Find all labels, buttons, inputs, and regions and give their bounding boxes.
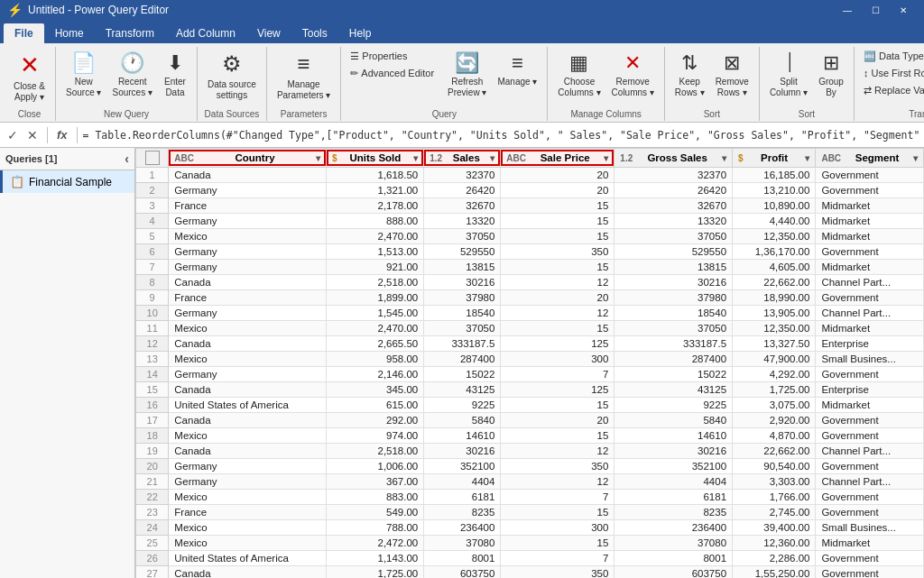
cell-rownum: 11 — [136, 321, 169, 336]
tab-file[interactable]: File — [4, 23, 44, 43]
cell-sales: 14610 — [424, 428, 501, 444]
col-filter-country[interactable]: ▾ — [316, 153, 320, 163]
col-filter-sales[interactable]: ▾ — [490, 153, 494, 163]
manage-parameters-button[interactable]: ≡ ManageParameters ▾ — [273, 49, 335, 104]
cell-country: France — [169, 505, 327, 520]
fx-label: fx — [53, 128, 71, 142]
split-column-button[interactable]: ⏐ SplitColumn ▾ — [765, 49, 812, 101]
formula-check-icon[interactable]: ✓ — [4, 126, 22, 144]
cell-gross-sales: 4404 — [614, 474, 733, 490]
col-filter-units-sold[interactable]: ▾ — [413, 153, 418, 163]
table-row: 24Mexico788.0023640030023640039,400.00Sm… — [136, 520, 924, 536]
cell-profit: 22,662.00 — [733, 444, 816, 459]
col-header-segment[interactable]: ABC Segment ▾ — [816, 149, 924, 168]
cell-gross-sales: 352100 — [614, 459, 733, 474]
col-header-units-sold[interactable]: $ Units Sold ▾ — [327, 149, 424, 168]
cell-country: Canada — [169, 275, 327, 290]
col-filter-sale-price[interactable]: ▾ — [604, 153, 608, 163]
col-header-sale-price[interactable]: ABC Sale Price ▾ — [501, 149, 614, 168]
cell-sales: 37050 — [424, 321, 501, 336]
col-header-profit[interactable]: $ Profit ▾ — [733, 149, 816, 168]
cell-gross-sales: 37050 — [614, 321, 733, 336]
enter-data-button[interactable]: ⬇ EnterData — [159, 49, 191, 101]
cell-sales: 32370 — [424, 168, 501, 183]
col-filter-gross-sales[interactable]: ▾ — [722, 153, 726, 163]
cell-sale-price: 15 — [501, 214, 614, 229]
cell-segment: Government — [816, 505, 924, 520]
table-row: 7Germany921.001381515138154,605.00Midmar… — [136, 260, 924, 275]
cell-rownum: 13 — [136, 352, 169, 367]
close-button[interactable]: ✕ — [890, 1, 917, 19]
properties-button[interactable]: ☰ Properties — [346, 49, 438, 64]
col-filter-segment[interactable]: ▾ — [913, 153, 918, 163]
queries-title: Queries [1] — [5, 153, 57, 164]
refresh-preview-button[interactable]: 🔄 RefreshPreview ▾ — [443, 49, 491, 101]
cell-sale-price: 12 — [501, 444, 614, 459]
ribbon-group-new-query: 📄 NewSource ▾ 🕐 RecentSources ▾ ⬇ EnterD… — [56, 47, 198, 121]
cell-rownum: 17 — [136, 413, 169, 428]
choose-columns-button[interactable]: ▦ ChooseColumns ▾ — [553, 49, 605, 101]
refresh-preview-label: RefreshPreview ▾ — [448, 77, 486, 98]
advanced-editor-label: Advanced Editor — [361, 68, 434, 79]
table-row: 9France1,899.0037980203798018,990.00Gove… — [136, 290, 924, 306]
tab-help[interactable]: Help — [338, 23, 383, 43]
table-body: 1Canada1,618.5032370203237016,185.00Gove… — [136, 168, 924, 579]
ribbon-group-split-items: ⏐ SplitColumn ▾ ⊞ GroupBy — [765, 49, 848, 107]
tab-tools[interactable]: Tools — [291, 23, 338, 43]
cell-gross-sales: 43125 — [614, 382, 733, 398]
cell-sales: 6181 — [424, 490, 501, 505]
first-row-header-button[interactable]: ↕ Use First Row as Headers ▾ — [860, 66, 924, 81]
cell-sale-price: 15 — [501, 536, 614, 551]
table-row: 4Germany888.001332015133204,440.00Midmar… — [136, 214, 924, 229]
cell-country: Germany — [169, 260, 327, 275]
ribbon-group-close-items: ✕ Close &Apply ▾ — [9, 49, 50, 107]
cell-rownum: 14 — [136, 367, 169, 382]
new-source-button[interactable]: 📄 NewSource ▾ — [61, 49, 106, 101]
enter-data-label: EnterData — [164, 77, 186, 98]
cell-sales: 26420 — [424, 183, 501, 198]
replace-values-button[interactable]: ⇄ Replace Values — [860, 83, 924, 98]
query-item-financial-sample[interactable]: 📋 Financial Sample — [0, 170, 134, 193]
tab-home[interactable]: Home — [44, 23, 95, 43]
tab-view[interactable]: View — [246, 23, 291, 43]
cell-sales: 333187.5 — [424, 336, 501, 352]
queries-collapse-button[interactable]: ‹ — [125, 151, 129, 166]
col-name-gross-sales: Gross Sales — [635, 152, 719, 163]
close-apply-button[interactable]: ✕ Close &Apply ▾ — [9, 49, 50, 106]
recent-sources-button[interactable]: 🕐 RecentSources ▾ — [107, 49, 156, 101]
cell-segment: Government — [816, 244, 924, 260]
table-row: 6Germany1,513.005295503505295501,36,170.… — [136, 244, 924, 260]
manage-parameters-icon: ≡ — [298, 51, 310, 78]
close-apply-icon: ✕ — [20, 51, 40, 79]
col-header-sales[interactable]: 1.2 Sales ▾ — [424, 149, 501, 168]
advanced-editor-button[interactable]: ✏ Advanced Editor — [346, 66, 438, 81]
tab-add-column[interactable]: Add Column — [165, 23, 246, 43]
maximize-button[interactable]: ☐ — [862, 1, 889, 19]
new-query-group-label: New Query — [61, 107, 191, 119]
tab-transform[interactable]: Transform — [95, 23, 165, 43]
cell-country: Mexico — [169, 520, 327, 536]
rows-group-label: Sort — [670, 107, 753, 119]
remove-rows-button[interactable]: ⊠ RemoveRows ▾ — [711, 49, 753, 101]
minimize-button[interactable]: — — [834, 1, 861, 19]
data-area[interactable]: ABC Country ▾ $ Units Sold ▾ — [135, 148, 924, 578]
group-by-button[interactable]: ⊞ GroupBy — [814, 49, 848, 101]
manage-button[interactable]: ≡ Manage ▾ — [493, 49, 541, 90]
keep-rows-button[interactable]: ⇅ KeepRows ▾ — [670, 49, 709, 101]
cell-sales: 13815 — [424, 260, 501, 275]
cell-segment: Channel Part... — [816, 306, 924, 321]
keep-rows-icon: ⇅ — [681, 51, 698, 75]
cell-sale-price: 125 — [501, 336, 614, 352]
remove-columns-button[interactable]: ✕ RemoveColumns ▾ — [607, 49, 659, 101]
cell-gross-sales: 8001 — [614, 551, 733, 566]
data-type-button[interactable]: 🔤 Data Type: Text ▾ — [860, 49, 924, 64]
formula-input[interactable]: = Table.ReorderColumns(#"Changed Type",[… — [83, 129, 920, 142]
formula-cancel-icon[interactable]: ✕ — [23, 126, 42, 144]
cell-sale-price: 350 — [501, 566, 614, 579]
col-header-gross-sales[interactable]: 1.2 Gross Sales ▾ — [614, 149, 733, 168]
col-header-country[interactable]: ABC Country ▾ — [169, 149, 327, 168]
col-filter-profit[interactable]: ▾ — [805, 153, 809, 163]
data-source-settings-button[interactable]: ⚙ Data sourcesettings — [203, 49, 261, 104]
cell-units-sold: 2,470.00 — [327, 321, 424, 336]
manage-columns-group-label: Manage Columns — [553, 107, 659, 119]
